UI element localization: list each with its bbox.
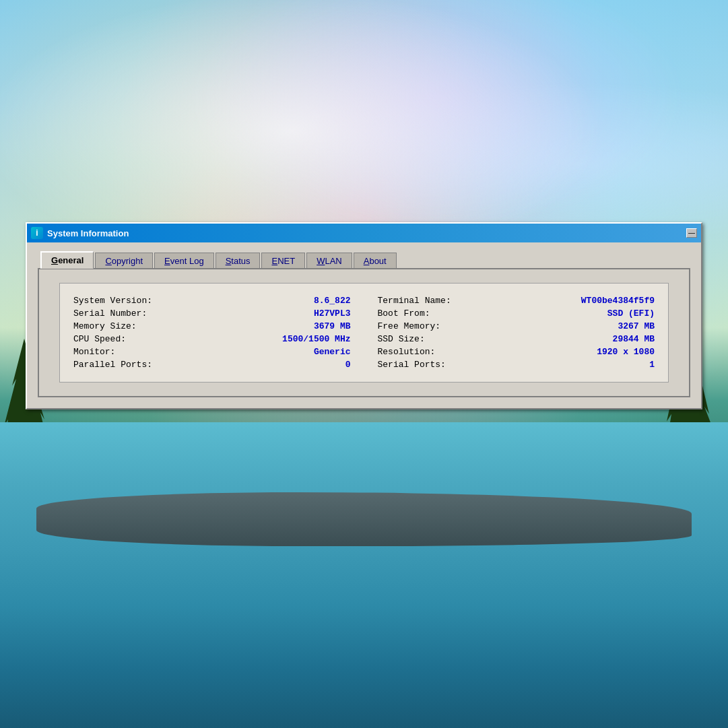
- table-row: System Version: 8.6_822: [73, 294, 351, 307]
- cpu-speed-value: 1500/1500 MHz: [282, 334, 350, 344]
- resolution-value: 1920 x 1080: [597, 347, 655, 357]
- serial-ports-value: 1: [649, 360, 655, 370]
- table-row: CPU Speed: 1500/1500 MHz: [73, 333, 351, 345]
- table-row: Serial Number: H27VPL3: [73, 307, 351, 320]
- tab-enet[interactable]: ENET: [261, 253, 305, 269]
- dialog-body: General Copyright Event Log Status ENET …: [27, 242, 701, 408]
- table-row: Monitor: Generic: [73, 345, 351, 358]
- parallel-ports-label: Parallel Ports:: [73, 360, 152, 370]
- table-row: Free Memory: 3267 MB: [378, 320, 655, 333]
- ssd-size-value: 29844 MB: [613, 334, 655, 344]
- memory-size-label: Memory Size:: [73, 321, 137, 331]
- table-row: Memory Size: 3679 MB: [73, 320, 351, 333]
- tab-bar: General Copyright Event Log Status ENET …: [38, 251, 690, 268]
- rocks-decoration: [36, 492, 692, 546]
- tab-general[interactable]: General: [40, 251, 94, 269]
- system-information-dialog: i System Information — General Copyright…: [26, 222, 702, 409]
- terminal-name-label: Terminal Name:: [378, 296, 451, 306]
- free-memory-label: Free Memory:: [378, 321, 441, 331]
- tab-wlan[interactable]: WLAN: [306, 253, 352, 269]
- memory-size-value: 3679 MB: [314, 321, 351, 331]
- table-row: Terminal Name: WT00be4384f5f9: [378, 294, 655, 307]
- tab-status[interactable]: Status: [216, 253, 261, 269]
- system-version-value: 8.6_822: [314, 296, 351, 306]
- dialog-title: System Information: [47, 228, 686, 238]
- table-row: Parallel Ports: 0: [73, 358, 351, 371]
- content-panel: System Version: 8.6_822 Serial Number: H…: [38, 268, 690, 397]
- serial-ports-label: Serial Ports:: [378, 360, 446, 370]
- serial-number-value: H27VPL3: [314, 308, 351, 319]
- tab-about[interactable]: About: [354, 253, 397, 269]
- serial-number-label: Serial Number:: [73, 308, 147, 319]
- table-row: SSD Size: 29844 MB: [378, 333, 655, 345]
- monitor-label: Monitor:: [73, 347, 115, 357]
- cpu-speed-label: CPU Speed:: [73, 334, 126, 344]
- info-grid: System Version: 8.6_822 Serial Number: H…: [59, 283, 669, 383]
- resolution-label: Resolution:: [378, 347, 436, 357]
- parallel-ports-value: 0: [345, 360, 351, 370]
- tab-copyright[interactable]: Copyright: [95, 253, 153, 269]
- river-decoration: [0, 422, 728, 728]
- ssd-size-label: SSD Size:: [378, 334, 425, 344]
- system-version-label: System Version:: [73, 296, 152, 306]
- boot-from-label: Boot From:: [378, 308, 430, 319]
- info-right-column: Terminal Name: WT00be4384f5f9 Boot From:…: [378, 294, 655, 371]
- monitor-value: Generic: [314, 347, 351, 357]
- terminal-name-value: WT00be4384f5f9: [581, 296, 655, 306]
- table-row: Boot From: SSD (EFI): [378, 307, 655, 320]
- boot-from-value: SSD (EFI): [607, 308, 655, 319]
- info-left-column: System Version: 8.6_822 Serial Number: H…: [73, 294, 351, 371]
- dialog-titlebar: i System Information —: [27, 224, 701, 242]
- table-row: Serial Ports: 1: [378, 358, 655, 371]
- minimize-button[interactable]: —: [686, 228, 697, 238]
- free-memory-value: 3267 MB: [618, 321, 655, 331]
- dialog-icon: i: [31, 227, 43, 239]
- tab-event-log[interactable]: Event Log: [154, 253, 214, 269]
- table-row: Resolution: 1920 x 1080: [378, 345, 655, 358]
